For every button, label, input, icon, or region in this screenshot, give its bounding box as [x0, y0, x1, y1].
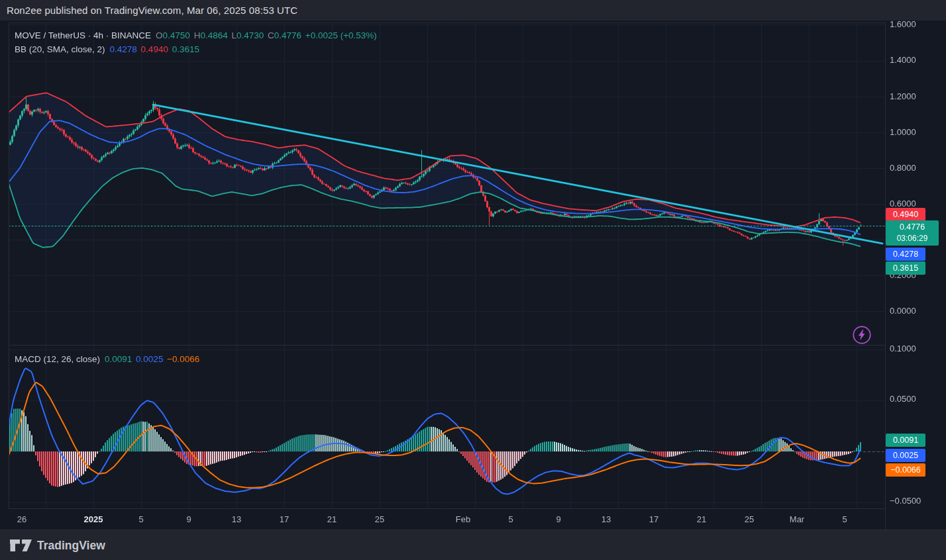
axis-price-badge: 0.0091 — [886, 434, 925, 447]
axis-tick-label: 1.2000 — [890, 91, 916, 101]
axis-tick-label: 1.0000 — [890, 127, 916, 137]
ohlc-label: H — [194, 30, 201, 40]
time-tick-label: 9 — [186, 514, 191, 524]
bb-value: 0.3615 — [172, 44, 199, 54]
macd-label: MACD (12, 26, close) — [15, 354, 100, 364]
time-tick-label: 13 — [232, 514, 241, 524]
tradingview-logo-icon[interactable] — [9, 536, 34, 557]
lightning-icon — [852, 325, 872, 345]
time-tick-label: Feb — [456, 514, 470, 524]
axis-tick-label: −0.0500 — [890, 496, 921, 506]
axis-tick-label: 0.1000 — [890, 344, 916, 353]
change-value: +0.0025 (+0.53%) — [305, 30, 377, 40]
axis-price-badge: 0.4940 — [886, 208, 925, 221]
time-tick-label: 21 — [697, 514, 706, 524]
time-tick-label: 5 — [138, 514, 143, 524]
ohlc-values: O0.4750 H0.4864 L0.4730 C0.4776 +0.0025 … — [156, 30, 378, 40]
last-price-badge: 0.477603:06:29 — [886, 220, 939, 246]
chart-canvas[interactable] — [0, 0, 946, 560]
tradingview-snapshot: Ron2ee published on TradingView.com, Mar… — [0, 0, 946, 560]
footer-bar: TradingView — [0, 530, 946, 560]
boost-button[interactable] — [852, 325, 872, 345]
symbol-title: MOVE / TetherUS · 4h · BINANCE — [15, 30, 151, 40]
tradingview-brand[interactable]: TradingView — [37, 530, 105, 560]
bb-legend[interactable]: BB (20, SMA, close, 2)0.4278 0.4940 0.36… — [15, 44, 201, 54]
axis-tick-label: 1.4000 — [890, 55, 916, 65]
bb-value: 0.4940 — [141, 44, 171, 54]
macd-legend[interactable]: MACD (12, 26, close)0.0091 0.0025 −0.006… — [15, 354, 201, 364]
bb-values: 0.4278 0.4940 0.3615 — [110, 44, 201, 54]
ohlc-value: 0.4730 — [236, 30, 266, 40]
ohlc-label: L — [231, 30, 236, 40]
bar-countdown: 03:06:29 — [886, 233, 939, 244]
axis-tick-label: 0.0000 — [890, 306, 916, 316]
time-tick-label: 25 — [745, 514, 754, 524]
macd-value: 0.0025 — [136, 354, 166, 364]
axis-tick-label: 0.8000 — [890, 163, 916, 173]
time-tick-label: 13 — [602, 514, 611, 524]
time-tick-label: 17 — [280, 514, 289, 524]
axis-tick-label: 0.0500 — [890, 394, 916, 404]
bb-label: BB (20, SMA, close, 2) — [15, 44, 105, 54]
macd-values: 0.0091 0.0025 −0.0066 — [105, 354, 201, 364]
ohlc-label: O — [156, 30, 163, 40]
time-tick-label: 25 — [375, 514, 384, 524]
axis-price-badge: 0.4278 — [886, 248, 925, 261]
bb-value: 0.4278 — [110, 44, 140, 54]
axis-tick-label: 0.6000 — [890, 199, 916, 209]
time-tick-label: 9 — [556, 514, 560, 524]
ohlc-value: 0.4864 — [200, 30, 230, 40]
time-tick-label: Mar — [790, 514, 804, 524]
time-tick-label: 5 — [508, 514, 513, 524]
publish-info: Ron2ee published on TradingView.com, Mar… — [7, 0, 297, 21]
time-tick-label: 26 — [17, 514, 26, 524]
ohlc-value: 0.4750 — [163, 30, 193, 40]
axis-price-badge: −0.0066 — [886, 463, 925, 477]
ohlc-label: C — [268, 30, 274, 40]
ohlc-value: 0.4776 — [274, 30, 304, 40]
axis-tick-label: 1.6000 — [890, 19, 916, 29]
time-tick-label: 21 — [327, 514, 337, 524]
time-tick-label: 2025 — [84, 514, 103, 524]
macd-value: 0.0091 — [105, 354, 134, 364]
macd-value: −0.0066 — [167, 354, 199, 364]
publish-bar: Ron2ee published on TradingView.com, Mar… — [0, 0, 946, 21]
axis-price-badge: 0.0025 — [886, 449, 925, 462]
time-tick-label: 5 — [842, 514, 847, 524]
time-tick-label: 17 — [649, 514, 658, 524]
symbol-legend[interactable]: MOVE / TetherUS · 4h · BINANCEO0.4750 H0… — [15, 30, 378, 40]
axis-price-badge: 0.3615 — [886, 261, 925, 275]
